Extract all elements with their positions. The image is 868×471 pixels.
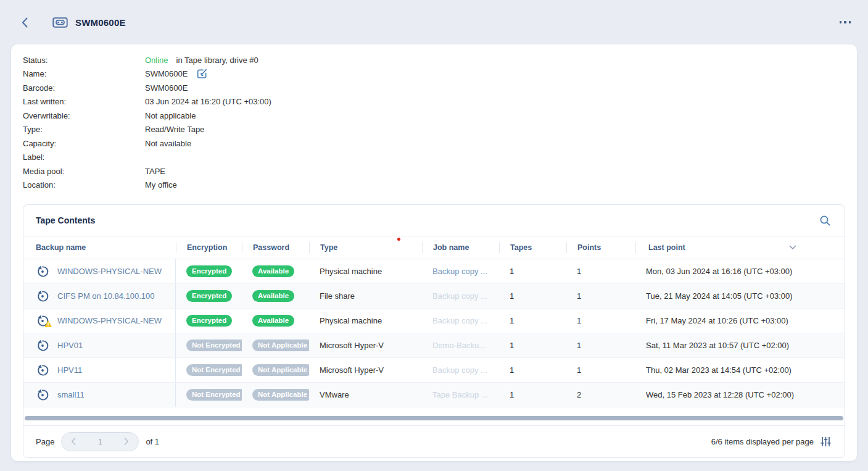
restore-point-icon: [36, 314, 49, 328]
type-cell: VMware: [309, 390, 422, 399]
detail-row-status: Status: Online in Tape library, drive #0: [23, 53, 857, 67]
detail-row-name: Name: SWM0600E: [23, 67, 857, 81]
job-name-link[interactable]: Backup copy ...: [422, 316, 499, 325]
status-location: in Tape library, drive #0: [176, 56, 258, 65]
backup-name-link[interactable]: WINDOWS-PHYSICAL-NEW: [57, 267, 162, 276]
tape-cassette-icon: [52, 16, 68, 29]
chevron-left-icon: [20, 17, 30, 28]
sort-descending-icon[interactable]: [789, 245, 796, 250]
tapes-cell: 1: [499, 267, 566, 276]
job-name-link[interactable]: Backup copy ...: [422, 291, 499, 301]
detail-row-label: Label:: [23, 151, 857, 165]
detail-row-last-written: Last written: 03 Jun 2024 at 16:20 (UTC …: [23, 95, 857, 109]
encryption-badge: Not Encrypted: [186, 340, 242, 351]
type-cell: File share: [309, 291, 422, 301]
encryption-badge: Encrypted: [186, 265, 232, 277]
table-row[interactable]: WINDOWS-PHYSICAL-NEW Encrypted Available…: [23, 309, 845, 333]
items-per-page-label: 6/6 items displayed per page: [711, 437, 814, 446]
detail-value: TAPE: [145, 167, 165, 176]
items-per-page-settings-button[interactable]: [820, 436, 831, 447]
password-badge: Not Applicable: [252, 340, 309, 351]
detail-row-capacity: Capacity: Not available: [23, 136, 857, 151]
tape-details-card: Status: Online in Tape library, drive #0…: [11, 44, 857, 461]
tapes-cell: 1: [499, 390, 566, 399]
column-header-encryption[interactable]: Encryption: [176, 242, 242, 253]
detail-label: Last written:: [23, 97, 145, 106]
restore-point-icon: [36, 265, 49, 278]
tape-contents-card: Tape Contents Backup name Encryption Pas…: [23, 204, 845, 458]
edit-name-button[interactable]: [196, 68, 208, 80]
detail-value: Not available: [145, 139, 191, 148]
points-cell: 1: [566, 316, 635, 325]
detail-label: Overwritable:: [23, 111, 145, 120]
points-cell: 1: [566, 365, 635, 375]
column-header-last-point[interactable]: Last point: [635, 242, 845, 253]
encryption-badge: Not Encrypted: [186, 389, 242, 401]
points-cell: 1: [566, 267, 635, 276]
detail-label: Type:: [23, 125, 145, 134]
more-menu-icon[interactable]: [838, 17, 853, 27]
table-row[interactable]: HPV01 Not Encrypted.. Not Applicable. Mi…: [23, 333, 845, 358]
last-point-cell: Fri, 17 May 2024 at 10:26 (UTC +03:00): [635, 316, 845, 325]
column-header-tapes[interactable]: Tapes: [499, 242, 566, 253]
detail-label: Location:: [23, 180, 145, 190]
detail-label: Name:: [23, 69, 145, 78]
warning-icon: [44, 320, 52, 329]
topbar: SWM0600E: [0, 0, 868, 44]
detail-value: My office: [145, 180, 177, 190]
job-name-link[interactable]: Backup copy ...: [422, 365, 499, 375]
points-cell: 1: [566, 291, 635, 301]
table-row[interactable]: small11 Not Encrypted.. Not Applicable. …: [23, 383, 845, 407]
restore-point-icon: [36, 290, 49, 303]
table-row[interactable]: CIFS PM on 10.84.100.100 Encrypted Avail…: [23, 284, 845, 309]
chevron-right-icon: [124, 438, 129, 445]
tapes-cell: 1: [499, 341, 566, 350]
encryption-badge: Encrypted: [186, 290, 232, 302]
page-title: SWM0600E: [75, 17, 126, 28]
page-total-label: of 1: [146, 437, 159, 446]
table-row[interactable]: WINDOWS-PHYSICAL-NEW Encrypted Available…: [23, 259, 845, 284]
detail-value: 03 Jun 2024 at 16:20 (UTC +03:00): [145, 97, 271, 106]
page-number-input[interactable]: 1: [98, 437, 102, 446]
column-header-type[interactable]: Type: [309, 242, 422, 253]
detail-value: Not applicable: [145, 111, 196, 120]
type-cell: Microsoft Hyper-V: [309, 365, 422, 375]
job-name-link[interactable]: Demo-Backu...: [422, 341, 499, 350]
status-value: Online: [145, 56, 168, 65]
previous-page-button[interactable]: [70, 436, 77, 446]
backup-name-link[interactable]: CIFS PM on 10.84.100.100: [57, 291, 155, 301]
password-badge: Not Applicable: [252, 364, 309, 376]
tapes-cell: 1: [499, 365, 566, 375]
search-button[interactable]: [818, 214, 832, 228]
page-label: Page: [36, 437, 54, 446]
table-row[interactable]: HPV11 Not Encrypted.. Not Applicable. Mi…: [23, 358, 845, 383]
backup-name-link[interactable]: small11: [57, 390, 85, 399]
detail-row-type: Type: Read/Write Tape: [23, 123, 857, 137]
detail-label: Status:: [23, 56, 145, 65]
table-header-row: Backup name Encryption Password Type Job…: [23, 236, 845, 259]
job-name-link[interactable]: Backup copy ...: [422, 267, 499, 276]
backup-name-link[interactable]: HPV11: [57, 365, 82, 375]
sliders-icon: [820, 436, 831, 447]
tapes-cell: 1: [499, 316, 566, 325]
points-cell: 1: [566, 341, 635, 350]
column-header-job-name[interactable]: Job name: [422, 242, 499, 253]
column-header-password[interactable]: Password: [242, 242, 309, 253]
job-name-link[interactable]: Tape Backup ...: [422, 390, 499, 399]
backup-name-link[interactable]: HPV01: [57, 341, 83, 350]
restore-point-icon: [36, 364, 49, 377]
detail-row-media-pool: Media pool: TAPE: [23, 164, 857, 178]
last-point-cell: Mon, 03 Jun 2024 at 16:16 (UTC +03:00): [635, 267, 845, 276]
column-header-backup-name[interactable]: Backup name: [23, 242, 176, 253]
chevron-left-icon: [71, 438, 76, 445]
detail-label: Barcode:: [23, 83, 145, 93]
column-header-points[interactable]: Points: [566, 242, 635, 253]
last-point-cell: Thu, 02 Mar 2023 at 14:54 (UTC +02:00): [635, 365, 845, 375]
next-page-button[interactable]: [123, 436, 130, 446]
backup-name-link[interactable]: WINDOWS-PHYSICAL-NEW: [57, 316, 162, 325]
horizontal-scrollbar[interactable]: [25, 416, 843, 420]
type-cell: Physical machine: [309, 316, 422, 325]
back-button[interactable]: [20, 16, 31, 28]
tape-details-list: Status: Online in Tape library, drive #0…: [11, 53, 857, 192]
cursor-dot: [397, 238, 400, 241]
